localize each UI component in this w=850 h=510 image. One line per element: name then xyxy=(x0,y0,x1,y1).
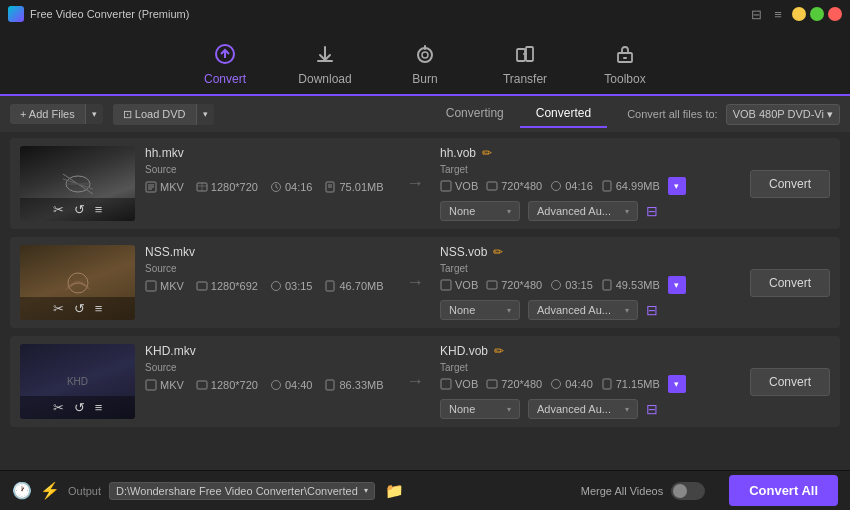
source-res-chip-2: 1280*692 xyxy=(196,280,258,292)
svg-rect-34 xyxy=(487,281,497,289)
nav-download-label: Download xyxy=(298,72,351,86)
subtitle-select-3[interactable]: None ▾ xyxy=(440,399,520,419)
subtitle-arrow-3: ▾ xyxy=(507,405,511,414)
settings-icon-2[interactable]: ≡ xyxy=(95,301,103,316)
file-item-2: ✂ ↺ ≡ NSS.mkv Source MKV 1280*692 xyxy=(10,237,840,328)
svg-rect-44 xyxy=(603,379,611,389)
settings-icon-1[interactable]: ≡ xyxy=(95,202,103,217)
edit-icon-2[interactable]: ✏ xyxy=(493,245,503,259)
nav-toolbox[interactable]: Toolbox xyxy=(575,34,675,94)
target-format-chip-2: VOB xyxy=(440,279,478,291)
convert-button-2[interactable]: Convert xyxy=(750,269,830,297)
svg-rect-41 xyxy=(441,379,451,389)
convert-nav-icon xyxy=(214,43,236,68)
content-area: ✂ ↺ ≡ hh.mkv Source MKV 1280*720 xyxy=(0,132,850,470)
convert-button-3[interactable]: Convert xyxy=(750,368,830,396)
subtitle-arrow-2: ▾ xyxy=(507,306,511,315)
target-name-row-1: hh.vob ✏ xyxy=(440,146,734,160)
source-details-2: MKV 1280*692 03:15 46.70MB xyxy=(145,276,390,296)
load-dvd-main[interactable]: ⊡ Load DVD xyxy=(113,104,196,125)
nav-transfer[interactable]: Transfer xyxy=(475,34,575,94)
minimize-button[interactable] xyxy=(792,7,806,21)
bottom-bar: 🕐 ⚡ Output D:\Wondershare Free Video Con… xyxy=(0,470,850,510)
advanced-select-1[interactable]: Advanced Au... ▾ xyxy=(528,201,638,221)
svg-rect-38 xyxy=(197,381,207,389)
add-files-main[interactable]: + Add Files xyxy=(10,104,85,124)
target-format-3: VOB xyxy=(455,378,478,390)
eq-icon-1[interactable]: ⊟ xyxy=(646,203,658,219)
target-size-1: 64.99MB xyxy=(616,180,660,192)
subtitle-select-1[interactable]: None ▾ xyxy=(440,201,520,221)
svg-point-26 xyxy=(552,182,561,191)
target-name-row-3: KHD.vob ✏ xyxy=(440,344,734,358)
advanced-arrow-1: ▾ xyxy=(625,207,629,216)
add-files-button[interactable]: + Add Files ▾ xyxy=(10,104,103,124)
merge-toggle[interactable] xyxy=(671,482,705,500)
rotate-icon-1[interactable]: ↺ xyxy=(74,202,85,217)
source-dur-chip-1: 04:16 xyxy=(270,181,313,193)
svg-point-35 xyxy=(552,281,561,290)
source-format-chip-2: MKV xyxy=(145,280,184,292)
subtitle-select-2[interactable]: None ▾ xyxy=(440,300,520,320)
svg-line-20 xyxy=(276,187,278,189)
clock-icon[interactable]: 🕐 xyxy=(12,481,32,500)
nav-convert-label: Convert xyxy=(204,72,246,86)
convert-all-label: Convert all files to: xyxy=(627,108,717,120)
file-thumb-1: ✂ ↺ ≡ xyxy=(20,146,135,221)
advanced-select-2[interactable]: Advanced Au... ▾ xyxy=(528,300,638,320)
target-dropdown-btn-2[interactable]: ▾ xyxy=(668,276,686,294)
svg-rect-37 xyxy=(146,380,156,390)
eq-icon-2[interactable]: ⊟ xyxy=(646,302,658,318)
eq-icon-3[interactable]: ⊟ xyxy=(646,401,658,417)
title-bar: Free Video Converter (Premium) ⊟ ≡ xyxy=(0,0,850,28)
convert-all-button[interactable]: Convert All xyxy=(729,475,838,506)
nav-convert[interactable]: Convert xyxy=(175,34,275,94)
cut-icon-3[interactable]: ✂ xyxy=(53,400,64,415)
bolt-icon[interactable]: ⚡ xyxy=(40,481,60,500)
nav-burn[interactable]: Burn xyxy=(375,34,475,94)
file-source-2: NSS.mkv Source MKV 1280*692 03:15 xyxy=(145,245,390,296)
maximize-button[interactable] xyxy=(810,7,824,21)
menu-icon-2[interactable]: ≡ xyxy=(770,8,786,20)
tab-converted[interactable]: Converted xyxy=(520,100,607,128)
rotate-icon-2[interactable]: ↺ xyxy=(74,301,85,316)
source-dur-chip-3: 04:40 xyxy=(270,379,313,391)
source-res-2: 1280*692 xyxy=(211,280,258,292)
subtitle-arrow-1: ▾ xyxy=(507,207,511,216)
cut-icon-2[interactable]: ✂ xyxy=(53,301,64,316)
folder-icon[interactable]: 📁 xyxy=(385,482,404,500)
target-dropdown-btn-3[interactable]: ▾ xyxy=(668,375,686,393)
svg-rect-29 xyxy=(146,281,156,291)
svg-rect-25 xyxy=(487,182,497,190)
advanced-select-3[interactable]: Advanced Au... ▾ xyxy=(528,399,638,419)
svg-rect-33 xyxy=(441,280,451,290)
add-files-arrow[interactable]: ▾ xyxy=(85,104,103,124)
convert-button-1[interactable]: Convert xyxy=(750,170,830,198)
svg-rect-24 xyxy=(441,181,451,191)
transfer-nav-icon xyxy=(514,43,536,68)
load-dvd-button[interactable]: ⊡ Load DVD ▾ xyxy=(113,104,214,125)
settings-icon-3[interactable]: ≡ xyxy=(95,400,103,415)
source-size-chip-1: 75.01MB xyxy=(324,181,383,193)
target-res-chip-3: 720*480 xyxy=(486,378,542,390)
rotate-icon-3[interactable]: ↺ xyxy=(74,400,85,415)
cut-icon-1[interactable]: ✂ xyxy=(53,202,64,217)
target-dur-chip-2: 03:15 xyxy=(550,279,593,291)
load-dvd-arrow[interactable]: ▾ xyxy=(196,104,214,125)
nav-download[interactable]: Download xyxy=(275,34,375,94)
menu-icon-1[interactable]: ⊟ xyxy=(748,8,764,20)
svg-point-2 xyxy=(422,52,428,58)
file-item-1: ✂ ↺ ≡ hh.mkv Source MKV 1280*720 xyxy=(10,138,840,229)
edit-icon-3[interactable]: ✏ xyxy=(494,344,504,358)
toolbox-nav-icon xyxy=(614,43,636,68)
source-filename-1: hh.mkv xyxy=(145,146,390,160)
title-bar-left: Free Video Converter (Premium) xyxy=(8,6,189,22)
target-dropdown-btn-1[interactable]: ▾ xyxy=(668,177,686,195)
edit-icon-1[interactable]: ✏ xyxy=(482,146,492,160)
file-item-3: KHD ✂ ↺ ≡ KHD.mkv Source MKV 1 xyxy=(10,336,840,427)
target-format-2: VOB xyxy=(455,279,478,291)
close-button[interactable] xyxy=(828,7,842,21)
tab-converting[interactable]: Converting xyxy=(430,100,520,128)
format-select[interactable]: VOB 480P DVD-Vi ▾ xyxy=(726,104,840,125)
output-path-select[interactable]: D:\Wondershare Free Video Converter\Conv… xyxy=(109,482,375,500)
